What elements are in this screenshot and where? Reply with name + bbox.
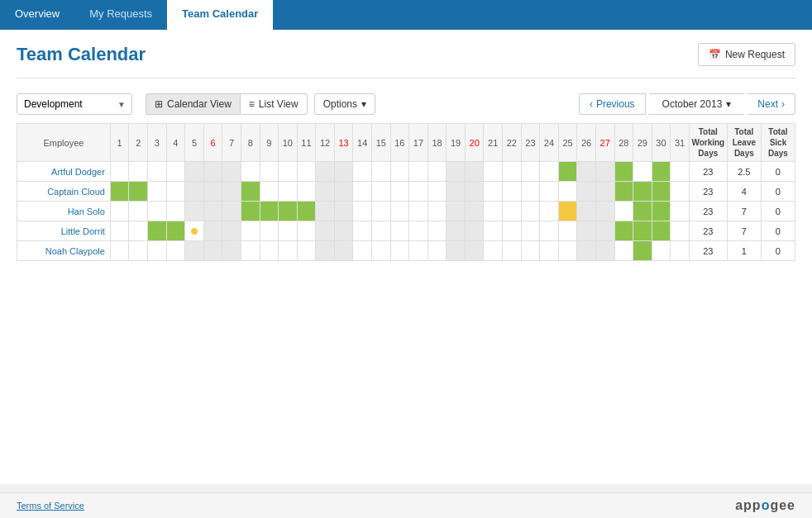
cell-Han-Solo-day-5[interactable] [185, 202, 204, 221]
cell-Artful-Dodger-day-7[interactable] [222, 162, 241, 182]
cell-Noah-Claypole-day-6[interactable] [203, 241, 222, 261]
cell-Captain-Cloud-day-1[interactable] [110, 182, 129, 202]
cell-Noah-Claypole-day-16[interactable] [390, 241, 409, 261]
cell-Artful-Dodger-day-21[interactable] [484, 162, 503, 182]
cell-Han-Solo-day-6[interactable] [203, 202, 222, 221]
cell-Captain-Cloud-day-19[interactable] [447, 182, 466, 202]
cell-Artful-Dodger-day-29[interactable] [633, 162, 652, 182]
list-view-button[interactable]: ≡ List View [241, 93, 308, 115]
cell-Noah-Claypole-day-14[interactable] [353, 241, 372, 261]
cell-Captain-Cloud-day-21[interactable] [484, 182, 503, 202]
cell-Noah-Claypole-day-30[interactable] [652, 241, 671, 261]
cell-Artful-Dodger-day-17[interactable] [409, 162, 428, 182]
cell-Captain-Cloud-day-22[interactable] [503, 182, 522, 202]
cell-Han-Solo-day-2[interactable] [129, 202, 148, 221]
cell-Captain-Cloud-day-24[interactable] [540, 182, 559, 202]
cell-Han-Solo-day-1[interactable] [110, 202, 129, 221]
cell-Han-Solo-day-19[interactable] [447, 202, 466, 221]
cell-Artful-Dodger-day-26[interactable] [577, 162, 596, 182]
cell-Little-Dorrit-day-1[interactable] [110, 221, 129, 241]
cell-Noah-Claypole-day-15[interactable] [371, 241, 390, 261]
cell-Noah-Claypole-day-1[interactable] [110, 241, 129, 261]
cell-Artful-Dodger-day-27[interactable] [595, 162, 614, 182]
cell-Captain-Cloud-day-16[interactable] [390, 182, 409, 202]
cell-Artful-Dodger-day-22[interactable] [503, 162, 522, 182]
cell-Captain-Cloud-day-3[interactable] [148, 182, 167, 202]
cell-Noah-Claypole-day-5[interactable] [185, 241, 204, 261]
cell-Little-Dorrit-day-16[interactable] [390, 221, 409, 241]
cell-Captain-Cloud-day-30[interactable] [652, 182, 671, 202]
cell-Noah-Claypole-day-10[interactable] [279, 241, 298, 261]
cell-Little-Dorrit-day-20[interactable] [465, 221, 484, 241]
cell-Little-Dorrit-day-25[interactable] [558, 221, 577, 241]
cell-Noah-Claypole-day-21[interactable] [484, 241, 503, 261]
nav-overview[interactable]: Overview [0, 0, 74, 30]
cell-Captain-Cloud-day-15[interactable] [371, 182, 390, 202]
cell-Artful-Dodger-day-30[interactable] [652, 162, 671, 182]
cell-Captain-Cloud-day-10[interactable] [279, 182, 298, 202]
cell-Artful-Dodger-day-6[interactable] [203, 162, 222, 182]
cell-Han-Solo-day-24[interactable] [540, 202, 559, 221]
cell-Han-Solo-day-30[interactable] [652, 202, 671, 221]
cell-Artful-Dodger-day-24[interactable] [540, 162, 559, 182]
cell-Captain-Cloud-day-23[interactable] [521, 182, 540, 202]
cell-Han-Solo-day-16[interactable] [390, 202, 409, 221]
cell-Little-Dorrit-day-11[interactable] [297, 221, 316, 241]
cell-Noah-Claypole-day-27[interactable] [595, 241, 614, 261]
cell-Little-Dorrit-day-30[interactable] [652, 221, 671, 241]
cell-Han-Solo-day-23[interactable] [521, 202, 540, 221]
options-button[interactable]: Options ▾ [314, 93, 375, 115]
cell-Captain-Cloud-day-31[interactable] [671, 182, 690, 202]
cell-Noah-Claypole-day-13[interactable] [334, 241, 353, 261]
cell-Noah-Claypole-day-31[interactable] [671, 241, 690, 261]
cell-Artful-Dodger-day-11[interactable] [297, 162, 316, 182]
cell-Artful-Dodger-day-10[interactable] [279, 162, 298, 182]
cell-Han-Solo-day-17[interactable] [409, 202, 428, 221]
cell-Artful-Dodger-day-16[interactable] [390, 162, 409, 182]
cell-Han-Solo-day-31[interactable] [671, 202, 690, 221]
cell-Artful-Dodger-day-18[interactable] [427, 162, 447, 182]
cell-Han-Solo-day-27[interactable] [595, 202, 614, 221]
cell-Little-Dorrit-day-6[interactable] [203, 221, 222, 241]
cell-Captain-Cloud-day-28[interactable] [614, 182, 633, 202]
cell-Han-Solo-day-29[interactable] [633, 202, 652, 221]
cell-Little-Dorrit-day-14[interactable] [353, 221, 372, 241]
cell-Noah-Claypole-day-3[interactable] [148, 241, 167, 261]
cell-Little-Dorrit-day-3[interactable] [148, 221, 167, 241]
cell-Captain-Cloud-day-11[interactable] [297, 182, 316, 202]
cell-Han-Solo-day-15[interactable] [371, 202, 390, 221]
previous-button[interactable]: ‹ Previous [579, 93, 646, 115]
cell-Artful-Dodger-day-3[interactable] [148, 162, 167, 182]
cell-Captain-Cloud-day-27[interactable] [595, 182, 614, 202]
cell-Little-Dorrit-day-8[interactable] [241, 221, 260, 241]
cell-Little-Dorrit-day-21[interactable] [484, 221, 503, 241]
cell-Han-Solo-day-25[interactable] [558, 202, 577, 221]
cell-Little-Dorrit-day-31[interactable] [671, 221, 690, 241]
cell-Captain-Cloud-day-2[interactable] [129, 182, 148, 202]
cell-Little-Dorrit-day-19[interactable] [447, 221, 466, 241]
cell-Little-Dorrit-day-15[interactable] [371, 221, 390, 241]
new-request-button[interactable]: 📅 New Request [698, 43, 795, 66]
cell-Artful-Dodger-day-13[interactable] [334, 162, 353, 182]
cell-Noah-Claypole-day-24[interactable] [540, 241, 559, 261]
cell-Artful-Dodger-day-4[interactable] [166, 162, 185, 182]
calendar-view-button[interactable]: ⊞ Calendar View [146, 93, 241, 115]
cell-Han-Solo-day-20[interactable] [465, 202, 484, 221]
cell-Little-Dorrit-day-18[interactable] [427, 221, 447, 241]
cell-Captain-Cloud-day-5[interactable] [185, 182, 204, 202]
cell-Little-Dorrit-day-5[interactable] [185, 221, 204, 241]
cell-Han-Solo-day-3[interactable] [148, 202, 167, 221]
cell-Captain-Cloud-day-26[interactable] [577, 182, 596, 202]
cell-Little-Dorrit-day-13[interactable] [334, 221, 353, 241]
cell-Han-Solo-day-13[interactable] [334, 202, 353, 221]
cell-Little-Dorrit-day-23[interactable] [521, 221, 540, 241]
cell-Little-Dorrit-day-22[interactable] [503, 221, 522, 241]
cell-Artful-Dodger-day-8[interactable] [241, 162, 260, 182]
cell-Captain-Cloud-day-6[interactable] [203, 182, 222, 202]
cell-Noah-Claypole-day-23[interactable] [521, 241, 540, 261]
cell-Little-Dorrit-day-4[interactable] [166, 221, 185, 241]
cell-Artful-Dodger-day-25[interactable] [558, 162, 577, 182]
cell-Han-Solo-day-8[interactable] [241, 202, 260, 221]
cell-Little-Dorrit-day-12[interactable] [316, 221, 335, 241]
cell-Captain-Cloud-day-20[interactable] [465, 182, 484, 202]
